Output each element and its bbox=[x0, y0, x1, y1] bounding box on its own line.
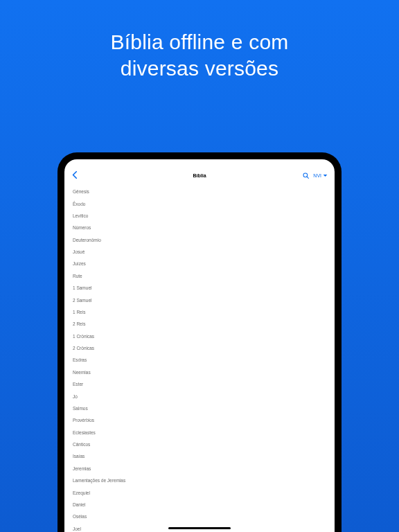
books-list: GênesisÊxodoLevíticoNúmerosDeuteronômioJ… bbox=[64, 183, 335, 532]
list-item[interactable]: Daniel bbox=[73, 499, 326, 511]
list-item[interactable]: 2 Crônicas bbox=[73, 342, 326, 354]
device-frame: Bíblia NVI GênesisÊ bbox=[57, 152, 342, 532]
version-selector[interactable]: NVI bbox=[313, 173, 328, 178]
nav-left bbox=[71, 169, 113, 181]
list-item[interactable]: 1 Reis bbox=[73, 306, 326, 318]
list-item[interactable]: 1 Samuel bbox=[73, 282, 326, 294]
list-item[interactable]: Levítico bbox=[73, 210, 326, 222]
search-icon[interactable] bbox=[303, 169, 309, 181]
back-icon[interactable] bbox=[71, 169, 78, 181]
marketing-headline: Bíblia offline e com diversas versões bbox=[0, 0, 399, 81]
svg-line-1 bbox=[307, 177, 308, 178]
list-item[interactable]: Esdras bbox=[73, 354, 326, 366]
version-label: NVI bbox=[313, 173, 321, 178]
list-item[interactable]: Eclesiastes bbox=[73, 427, 326, 438]
list-item[interactable]: Oséias bbox=[73, 511, 326, 522]
list-item[interactable]: 2 Reis bbox=[73, 318, 326, 330]
device-screen: Bíblia NVI GênesisÊ bbox=[64, 159, 335, 532]
navigation-bar: Bíblia NVI bbox=[64, 168, 335, 183]
nav-right: NVI bbox=[286, 169, 328, 181]
list-item[interactable]: Isaías bbox=[73, 450, 326, 462]
list-item[interactable]: Ezequiel bbox=[73, 486, 326, 498]
list-item[interactable]: Lamentações de Jeremias bbox=[73, 475, 326, 486]
list-item[interactable]: Ester bbox=[73, 378, 326, 390]
headline-line1: Bíblia offline e com bbox=[0, 29, 399, 55]
nav-title: Bíblia bbox=[113, 173, 286, 178]
list-item[interactable]: 1 Crônicas bbox=[73, 330, 326, 342]
list-item[interactable]: Josué bbox=[73, 246, 326, 258]
list-item[interactable]: Neemias bbox=[73, 366, 326, 378]
home-indicator bbox=[168, 527, 231, 529]
list-item[interactable]: Jó bbox=[73, 390, 326, 402]
chevron-down-icon bbox=[323, 173, 328, 178]
list-item[interactable]: Jeremias bbox=[73, 463, 326, 475]
list-item[interactable]: Salmos bbox=[73, 402, 326, 414]
headline-line2: diversas versões bbox=[0, 55, 399, 82]
status-bar bbox=[64, 159, 335, 168]
list-item[interactable]: Juízes bbox=[73, 258, 326, 269]
list-item[interactable]: Deuteronômio bbox=[73, 234, 326, 246]
list-item[interactable]: Êxodo bbox=[73, 197, 326, 209]
list-item[interactable]: Rute bbox=[73, 270, 326, 282]
list-item[interactable]: Cânticos bbox=[73, 438, 326, 450]
list-item[interactable]: Provérbios bbox=[73, 414, 326, 426]
list-item[interactable]: Gênesis bbox=[73, 186, 326, 197]
list-item[interactable]: 2 Samuel bbox=[73, 294, 326, 305]
list-item[interactable]: Números bbox=[73, 222, 326, 233]
